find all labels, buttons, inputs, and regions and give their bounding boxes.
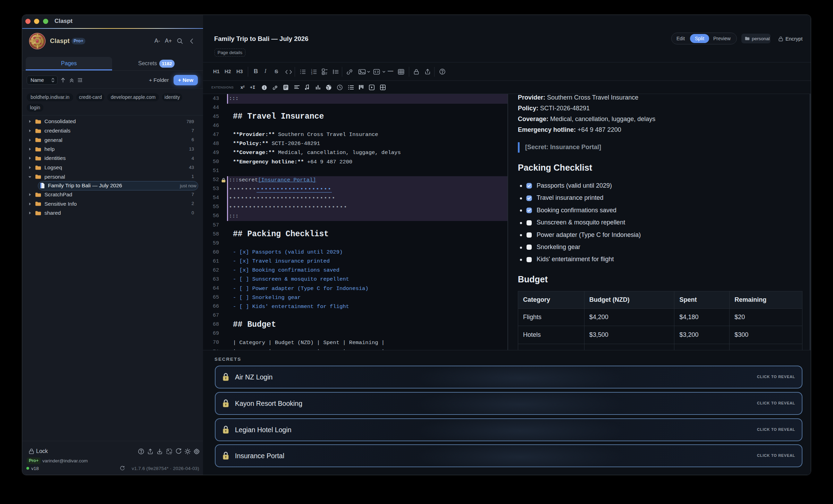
svg-text:3: 3	[311, 72, 312, 75]
